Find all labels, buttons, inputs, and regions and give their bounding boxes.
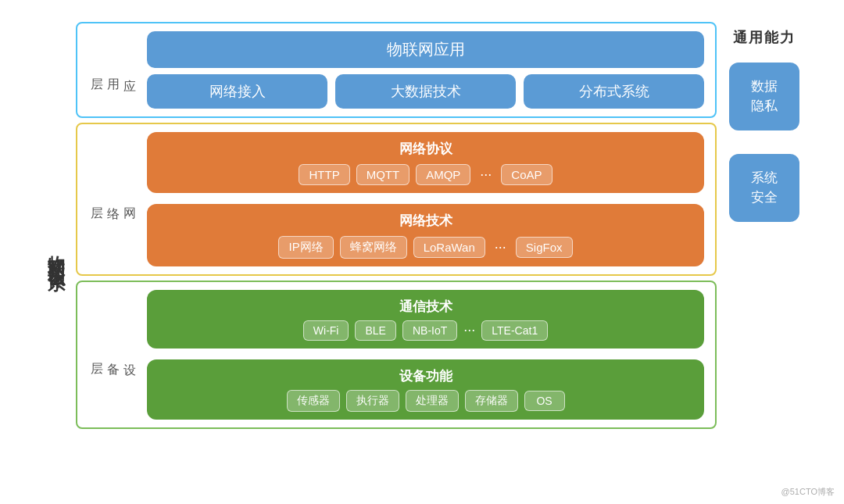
func-item-processor: 处理器 <box>406 390 459 412</box>
net-layer-label: 网络层 <box>88 198 138 200</box>
func-item-storage: 存储器 <box>465 390 518 412</box>
main-container: 应用层 物联网应用 网络接入 大数据技术 分布式系统 网络层 网络协议 <box>76 22 717 483</box>
comm-block: 通信技术 Wi-Fi BLE NB-IoT ··· LTE-Cat1 <box>147 290 704 349</box>
dev-layer: 设备层 通信技术 Wi-Fi BLE NB-IoT ··· LTE-Cat1 设… <box>76 281 717 429</box>
app-layer-label: 应用层 <box>88 69 138 71</box>
right-btn-system-security: 系统 安全 <box>729 154 799 222</box>
net-tech-item-cellular: 蜂窝网络 <box>340 236 407 259</box>
comm-item-ble: BLE <box>355 320 395 341</box>
net-layer: 网络层 网络协议 HTTP MQTT AMQP ··· CoAP 网络技术 <box>76 123 717 276</box>
app-bottom-row: 网络接入 大数据技术 分布式系统 <box>147 74 704 109</box>
app-sub-btn-bigdata: 大数据技术 <box>335 74 516 109</box>
protocol-item-coap: CoAP <box>501 164 552 185</box>
net-tech-items-row: IP网络 蜂窝网络 LoRaWan ··· SigFox <box>278 236 572 259</box>
left-label: 物联网知识体系 <box>45 241 68 263</box>
func-item-actuator: 执行器 <box>346 390 399 412</box>
right-panel-title: 通用能力 <box>733 28 796 47</box>
protocol-block: 网络协议 HTTP MQTT AMQP ··· CoAP <box>147 132 704 193</box>
app-layer: 应用层 物联网应用 网络接入 大数据技术 分布式系统 <box>76 22 717 118</box>
net-tech-block: 网络技术 IP网络 蜂窝网络 LoRaWan ··· SigFox <box>147 204 704 266</box>
protocol-item-http: HTTP <box>299 164 349 185</box>
page-wrapper: 物联网知识体系 应用层 物联网应用 网络接入 大数据技术 分布式系统 网络层 <box>0 0 844 504</box>
protocol-item-mqtt: MQTT <box>356 164 410 185</box>
func-item-os: OS <box>524 391 565 411</box>
dev-layer-label: 设备层 <box>88 353 138 356</box>
func-block: 设备功能 传感器 执行器 处理器 存储器 OS <box>147 359 704 420</box>
protocol-dots: ··· <box>477 166 495 183</box>
app-sub-btn-distributed: 分布式系统 <box>524 74 704 109</box>
comm-item-ltecat1: LTE-Cat1 <box>481 320 548 341</box>
comm-item-wifi: Wi-Fi <box>303 320 349 341</box>
right-panel: 通用能力 数据 隐私 系统 安全 <box>729 22 799 483</box>
net-tech-item-lorawan: LoRaWan <box>413 237 485 258</box>
net-tech-item-sigfox: SigFox <box>516 237 573 258</box>
right-btn-data-privacy: 数据 隐私 <box>729 63 799 130</box>
app-layer-content: 物联网应用 网络接入 大数据技术 分布式系统 <box>147 31 704 109</box>
net-tech-dots: ··· <box>492 239 510 256</box>
dev-layer-content: 通信技术 Wi-Fi BLE NB-IoT ··· LTE-Cat1 设备功能 … <box>147 290 704 420</box>
app-sub-btn-network: 网络接入 <box>147 74 327 109</box>
comm-items-row: Wi-Fi BLE NB-IoT ··· LTE-Cat1 <box>303 320 548 341</box>
net-tech-item-ip: IP网络 <box>278 236 333 259</box>
app-main-btn: 物联网应用 <box>147 31 704 68</box>
func-title: 设备功能 <box>399 367 452 385</box>
protocol-item-amqp: AMQP <box>416 164 470 185</box>
comm-title: 通信技术 <box>399 298 452 316</box>
net-layer-content: 网络协议 HTTP MQTT AMQP ··· CoAP 网络技术 IP网络 蜂… <box>147 132 704 266</box>
func-items-row: 传感器 执行器 处理器 存储器 OS <box>287 390 565 412</box>
protocol-items-row: HTTP MQTT AMQP ··· CoAP <box>299 164 552 185</box>
comm-dots: ··· <box>463 322 475 338</box>
watermark: @51CTO博客 <box>781 486 835 498</box>
protocol-title: 网络协议 <box>399 140 452 158</box>
app-top-row: 物联网应用 <box>147 31 704 68</box>
net-tech-title: 网络技术 <box>399 212 452 230</box>
comm-item-nbiot: NB-IoT <box>402 320 457 341</box>
func-item-sensor: 传感器 <box>287 390 340 412</box>
